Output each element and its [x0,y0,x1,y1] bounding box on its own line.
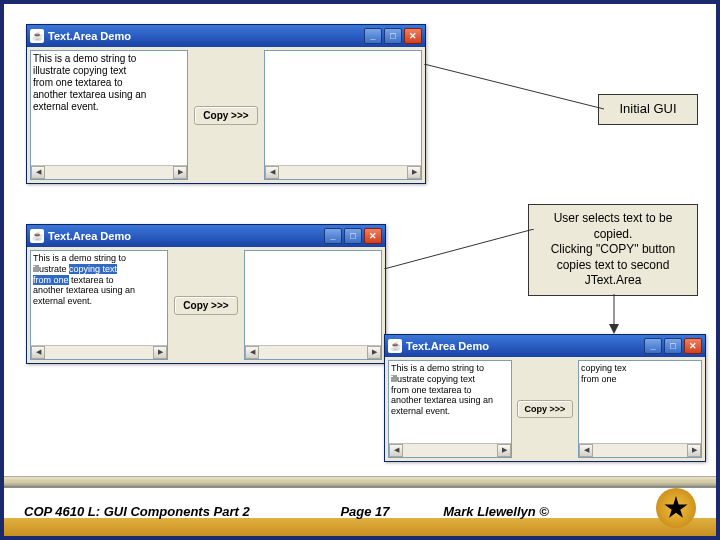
button-column: Copy >>> [515,360,575,458]
scroll-track[interactable] [45,166,173,179]
scroll-track[interactable] [259,346,367,359]
scroll-track[interactable] [279,166,407,179]
button-column: Copy >>> [171,250,241,360]
titlebar: Text.Area Demo _ □ ✕ [385,335,705,357]
callout-step2: User selects text to be copied.Clicking … [528,204,698,296]
scrollbar[interactable]: ◀ ▶ [389,443,511,457]
scroll-right-icon[interactable]: ▶ [153,346,167,359]
maximize-button[interactable]: □ [664,338,682,354]
scroll-right-icon[interactable]: ▶ [687,444,701,457]
java-icon [388,339,402,353]
scroll-left-icon[interactable]: ◀ [265,166,279,179]
textarea-left[interactable]: This is a demo string to illustrate copy… [30,50,188,180]
window-controls: _ □ ✕ [364,28,422,44]
java-icon [30,29,44,43]
callout-initial: Initial GUI [598,94,698,125]
callout-text: Initial GUI [619,101,676,116]
scroll-right-icon[interactable]: ▶ [367,346,381,359]
scroll-track[interactable] [45,346,153,359]
copy-button[interactable]: Copy >>> [517,400,573,418]
java-window-initial: Text.Area Demo _ □ ✕ This is a demo stri… [26,24,426,184]
scroll-left-icon[interactable]: ◀ [245,346,259,359]
java-window-result: Text.Area Demo _ □ ✕ This is a demo stri… [384,334,706,462]
arrow-down [604,294,624,334]
arrow-line [384,229,534,269]
copy-button[interactable]: Copy >>> [174,296,238,315]
scrollbar[interactable]: ◀ ▶ [31,165,187,179]
text-line: copying tex [581,363,627,373]
close-button[interactable]: ✕ [684,338,702,354]
close-button[interactable]: ✕ [364,228,382,244]
maximize-button[interactable]: □ [344,228,362,244]
selected-text: from one [33,275,69,285]
textarea-right[interactable]: ◀ ▶ [244,250,382,360]
close-button[interactable]: ✕ [404,28,422,44]
text-line: illustrate copying text [33,65,126,76]
scrollbar[interactable]: ◀ ▶ [265,165,421,179]
button-column: Copy >>> [191,50,261,180]
scroll-track[interactable] [593,444,687,457]
window-body: This is a demo string to illustrate copy… [27,47,425,183]
window-title: Text.Area Demo [406,340,489,352]
text-line: external event. [33,101,99,112]
copy-button[interactable]: Copy >>> [194,106,258,125]
maximize-button[interactable]: □ [384,28,402,44]
titlebar: Text.Area Demo _ □ ✕ [27,225,385,247]
footer-center: Page 17 [297,486,433,536]
textarea-left[interactable]: This is a demo string to illustrate copy… [30,250,168,360]
scroll-left-icon[interactable]: ◀ [31,166,45,179]
text-line: This is a demo string to [33,53,136,64]
textarea-right[interactable]: ◀ ▶ [264,50,422,180]
scroll-right-icon[interactable]: ▶ [407,166,421,179]
svg-line-1 [384,229,534,269]
minimize-button[interactable]: _ [324,228,342,244]
window-body: This is a demo string to illustrate copy… [27,247,385,363]
window-title: Text.Area Demo [48,30,131,42]
slide: Text.Area Demo _ □ ✕ This is a demo stri… [0,0,720,540]
scroll-right-icon[interactable]: ▶ [173,166,187,179]
scroll-left-icon[interactable]: ◀ [389,444,403,457]
svg-line-0 [424,64,604,109]
minimize-button[interactable]: _ [644,338,662,354]
selected-text: copying text [69,264,117,274]
window-controls: _ □ ✕ [324,228,382,244]
text-line: from one [581,374,617,384]
scroll-left-icon[interactable]: ◀ [31,346,45,359]
scroll-left-icon[interactable]: ◀ [579,444,593,457]
window-controls: _ □ ✕ [644,338,702,354]
arrow-line [424,64,604,114]
text-line: another textarea using an [33,89,146,100]
window-body: This is a demo string to illustrate copy… [385,357,705,461]
scroll-track[interactable] [403,444,497,457]
scroll-right-icon[interactable]: ▶ [497,444,511,457]
ucf-logo [656,488,696,528]
svg-marker-3 [609,324,619,334]
window-title: Text.Area Demo [48,230,131,242]
scrollbar[interactable]: ◀ ▶ [31,345,167,359]
footer: COP 4610 L: GUI Components Part 2 Page 1… [4,486,716,536]
minimize-button[interactable]: _ [364,28,382,44]
scrollbar[interactable]: ◀ ▶ [245,345,381,359]
footer-left: COP 4610 L: GUI Components Part 2 [4,486,297,536]
textarea-right[interactable]: copying tex from one ◀ ▶ [578,360,702,458]
java-window-selection: Text.Area Demo _ □ ✕ This is a demo stri… [26,224,386,364]
textarea-left[interactable]: This is a demo string to illustrate copy… [388,360,512,458]
java-icon [30,229,44,243]
text-line: from one textarea to [33,77,123,88]
scrollbar[interactable]: ◀ ▶ [579,443,701,457]
titlebar: Text.Area Demo _ □ ✕ [27,25,425,47]
